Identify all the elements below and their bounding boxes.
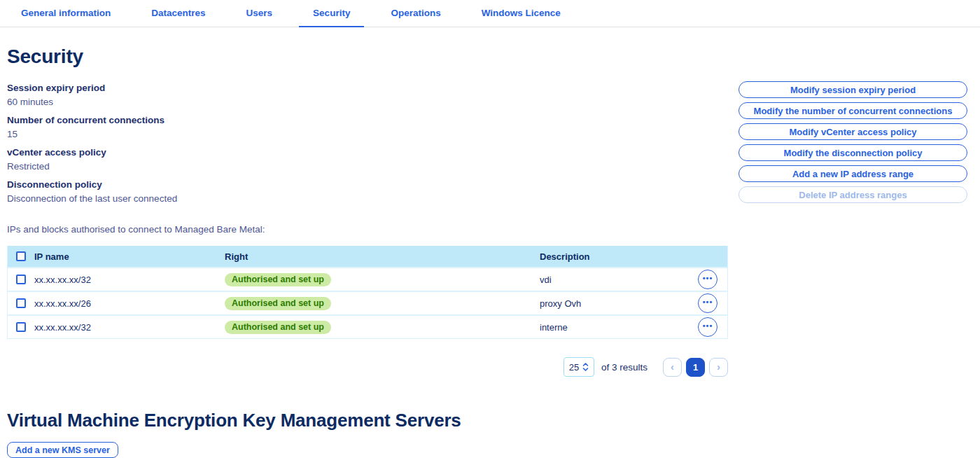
modify-disconnection-policy-button[interactable]: Modify the disconnection policy: [738, 144, 967, 161]
ellipsis-icon: •••: [703, 322, 713, 330]
ip-table-intro: IPs and blocks authorised to connect to …: [7, 223, 728, 237]
tab-security[interactable]: Security: [299, 0, 364, 27]
tab-windows-licence[interactable]: Windows Licence: [468, 0, 575, 27]
prev-page-button[interactable]: ‹: [663, 358, 682, 377]
field-label: vCenter access policy: [7, 146, 728, 160]
description-cell: interne: [540, 322, 688, 333]
modify-session-expiry-button[interactable]: Modify session expiry period: [738, 81, 967, 98]
row-checkbox[interactable]: [16, 322, 26, 332]
row-checkbox[interactable]: [16, 275, 26, 284]
ip-name-cell: xx.xx.xx.xx/32: [34, 275, 225, 285]
page-title: Security: [7, 46, 973, 68]
row-actions-button[interactable]: •••: [698, 293, 718, 313]
ellipsis-icon: •••: [703, 298, 713, 306]
description-cell: proxy Ovh: [540, 298, 688, 309]
column-header-description: Description: [540, 251, 688, 262]
kms-section-title: Virtual Machine Encryption Key Managemen…: [7, 410, 973, 431]
next-page-button[interactable]: ›: [709, 358, 728, 377]
pagination: 25 of 3 results ‹ 1 ›: [7, 357, 728, 377]
unfold-arrows-icon: [582, 363, 589, 371]
tab-users[interactable]: Users: [232, 0, 287, 27]
page-1-button[interactable]: 1: [686, 358, 705, 377]
right-status-badge: Authorised and set up: [225, 321, 331, 335]
table-row: xx.xx.xx.xx/32 Authorised and set up vdi…: [8, 267, 727, 291]
field-label: Disconnection policy: [7, 178, 728, 192]
column-header-right: Right: [225, 251, 540, 262]
row-checkbox[interactable]: [16, 298, 26, 308]
security-actions-panel: Modify session expiry period Modify the …: [738, 81, 967, 377]
field-session-expiry: Session expiry period 60 minutes: [7, 81, 728, 109]
page-size-select[interactable]: 25: [564, 357, 594, 377]
field-label: Number of concurrent connections: [7, 113, 728, 127]
add-kms-server-button[interactable]: Add a new KMS server: [7, 442, 118, 458]
tab-general-information[interactable]: General information: [7, 0, 125, 27]
row-actions-button[interactable]: •••: [698, 270, 718, 289]
security-settings-panel: Session expiry period 60 minutes Number …: [7, 81, 728, 377]
page-size-value: 25: [569, 362, 579, 373]
ip-table-header: IP name Right Description: [8, 246, 727, 267]
column-header-ip-name: IP name: [34, 251, 225, 262]
field-value: 15: [7, 127, 728, 141]
row-actions-button[interactable]: •••: [698, 317, 718, 337]
ellipsis-icon: •••: [703, 275, 713, 282]
field-value: 60 minutes: [7, 95, 728, 109]
ip-table: IP name Right Description xx.xx.xx.xx/32…: [7, 246, 728, 339]
tab-operations[interactable]: Operations: [377, 0, 454, 27]
right-status-badge: Authorised and set up: [225, 273, 331, 287]
ip-name-cell: xx.xx.xx.xx/26: [34, 298, 225, 309]
field-value: Restricted: [7, 160, 728, 174]
chevron-left-icon: ‹: [671, 361, 674, 372]
select-all-checkbox[interactable]: [16, 251, 26, 261]
field-vcenter-access-policy: vCenter access policy Restricted: [7, 146, 728, 174]
results-count: of 3 results: [601, 362, 648, 373]
delete-ip-address-ranges-button[interactable]: Delete IP address ranges: [738, 186, 967, 203]
add-ip-address-range-button[interactable]: Add a new IP address range: [738, 165, 967, 182]
tab-datacentres[interactable]: Datacentres: [137, 0, 219, 27]
modify-concurrent-connections-button[interactable]: Modify the number of concurrent connecti…: [738, 102, 967, 119]
modify-vcenter-access-policy-button[interactable]: Modify vCenter access policy: [738, 123, 967, 140]
table-row: xx.xx.xx.xx/32 Authorised and set up int…: [8, 314, 727, 338]
ip-name-cell: xx.xx.xx.xx/32: [34, 322, 225, 333]
tab-bar: General information Datacentres Users Se…: [0, 0, 980, 27]
field-concurrent-connections: Number of concurrent connections 15: [7, 113, 728, 141]
description-cell: vdi: [540, 275, 688, 285]
field-disconnection-policy: Disconnection policy Disconnection of th…: [7, 178, 728, 206]
chevron-right-icon: ›: [717, 361, 720, 372]
right-status-badge: Authorised and set up: [225, 297, 331, 311]
pager-buttons: ‹ 1 ›: [663, 358, 728, 377]
field-label: Session expiry period: [7, 81, 728, 95]
table-row: xx.xx.xx.xx/26 Authorised and set up pro…: [8, 291, 727, 314]
field-value: Disconnection of the last user connected: [7, 192, 728, 206]
